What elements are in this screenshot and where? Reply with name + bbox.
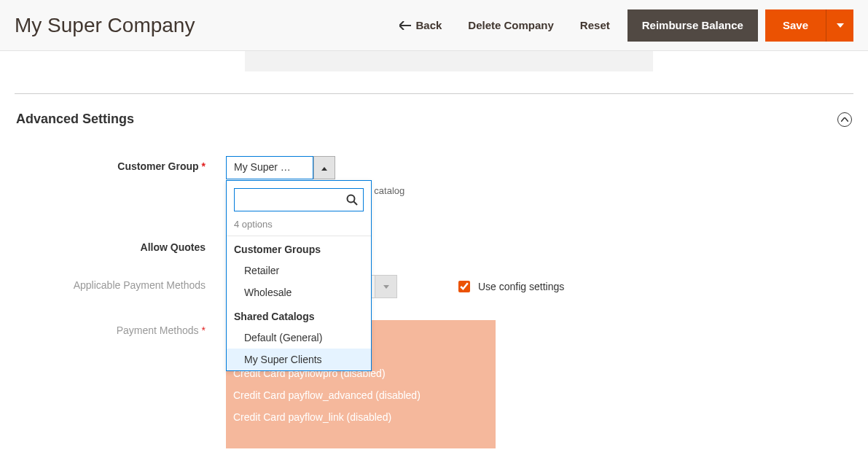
dropdown-option-default-general[interactable]: Default (General) bbox=[227, 327, 371, 349]
customer-group-dropdown: 4 options Customer Groups Retailer Whole… bbox=[226, 180, 372, 371]
required-indicator: * bbox=[202, 324, 206, 336]
allow-quotes-label: Allow Quotes bbox=[15, 237, 226, 253]
use-config-label: Use config settings bbox=[478, 281, 564, 292]
advanced-settings-header[interactable]: Advanced Settings bbox=[15, 109, 853, 141]
prior-section-placeholder bbox=[245, 51, 653, 71]
page-title: My Super Company bbox=[15, 14, 386, 37]
customer-group-row: Customer Group* My Super Cl... shared ca… bbox=[15, 156, 853, 196]
section-divider bbox=[15, 93, 853, 94]
arrow-left-icon bbox=[399, 21, 411, 30]
dropdown-option-wholesale[interactable]: Wholesale bbox=[227, 281, 371, 303]
use-config-settings: Use config settings bbox=[412, 279, 564, 295]
delete-company-button[interactable]: Delete Company bbox=[455, 12, 567, 39]
save-button[interactable]: Save bbox=[765, 9, 826, 42]
caret-down-icon bbox=[383, 285, 389, 289]
dropdown-option-my-super-clients[interactable]: My Super Clients bbox=[227, 349, 371, 370]
use-config-checkbox[interactable] bbox=[458, 281, 470, 292]
reset-button[interactable]: Reset bbox=[567, 12, 623, 39]
required-indicator: * bbox=[202, 160, 206, 172]
page-header: My Super Company Back Delete Company Res… bbox=[0, 0, 868, 51]
chevron-down-icon bbox=[837, 23, 844, 28]
header-actions: Back Delete Company Reset Reimburse Bala… bbox=[386, 9, 853, 42]
dropdown-group-shared-catalogs: Shared Catalogs bbox=[227, 303, 371, 327]
apm-select-toggle[interactable] bbox=[375, 276, 396, 298]
customer-group-label: Customer Group* bbox=[15, 156, 226, 172]
save-dropdown-toggle[interactable] bbox=[826, 9, 853, 42]
payment-methods-label: Payment Methods* bbox=[15, 320, 226, 336]
dropdown-group-customer-groups: Customer Groups bbox=[227, 236, 371, 260]
payment-method-item[interactable]: Credit Card payflow_advanced (disabled) bbox=[226, 384, 496, 406]
applicable-payment-methods-label: Applicable Payment Methods bbox=[15, 275, 226, 291]
dropdown-option-retailer[interactable]: Retailer bbox=[227, 260, 371, 281]
section-title: Advanced Settings bbox=[16, 112, 134, 127]
payment-method-item[interactable]: Credit Card payflow_link (disabled) bbox=[226, 406, 496, 428]
dropdown-options-count: 4 options bbox=[227, 219, 371, 236]
applicable-payment-methods-row: Applicable Payment Methods Use config se… bbox=[15, 275, 853, 298]
dropdown-search-input[interactable] bbox=[234, 188, 364, 211]
payment-methods-row: Payment Methods* bled) Credit Card payfl… bbox=[15, 320, 853, 448]
customer-group-select[interactable]: My Super Cl... bbox=[226, 156, 313, 179]
collapse-icon[interactable] bbox=[837, 112, 852, 127]
allow-quotes-row: Allow Quotes bbox=[15, 237, 853, 253]
caret-up-icon bbox=[321, 167, 327, 171]
customer-group-toggle[interactable] bbox=[313, 156, 335, 179]
back-label: Back bbox=[415, 19, 442, 31]
back-button[interactable]: Back bbox=[386, 12, 455, 39]
reimburse-balance-button[interactable]: Reimburse Balance bbox=[627, 9, 758, 42]
